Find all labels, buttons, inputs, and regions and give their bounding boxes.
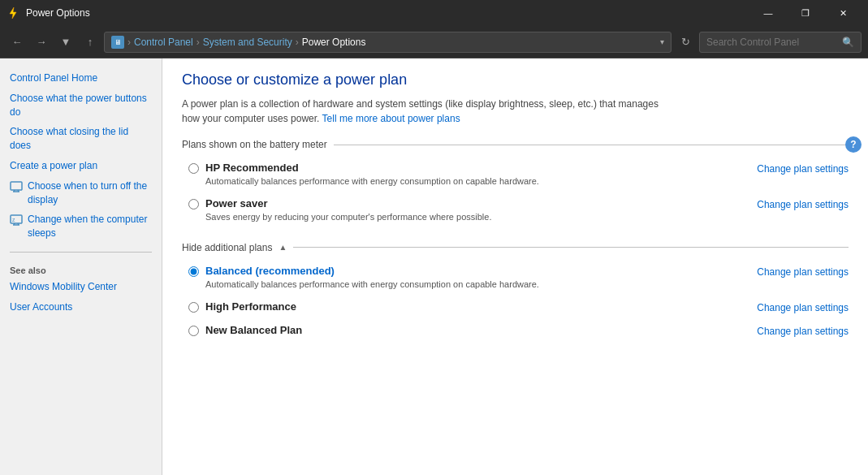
plan-item-balanced: Balanced (recommended) Automatically bal… [182, 260, 849, 296]
plan-desc-hp: Automatically balances performance with … [205, 175, 750, 188]
search-box: 🔍 [699, 32, 862, 53]
plan-settings-link-hp[interactable]: Change plan settings [757, 163, 849, 175]
battery-section-divider: Plans shown on the battery meter [182, 139, 849, 150]
sidebar-label-control-panel-home: Control Panel Home [10, 71, 97, 85]
search-icon: 🔍 [842, 37, 854, 48]
battery-section-label: Plans shown on the battery meter [182, 139, 327, 150]
additional-plans-label: Hide additional plans [182, 242, 272, 253]
plan-radio-balanced[interactable] [188, 266, 199, 277]
path-sep-2: › [196, 37, 200, 48]
minimize-button[interactable]: — [749, 0, 787, 26]
plan-info-balanced: Balanced (recommended) Automatically bal… [205, 265, 750, 291]
svg-text:z: z [12, 217, 15, 222]
plan-desc-saver: Saves energy by reducing your computer's… [205, 211, 750, 223]
path-control-panel[interactable]: Control Panel [134, 37, 193, 48]
plan-radio-label-hp[interactable]: HP Recommended Automatically balances pe… [188, 162, 750, 188]
path-sep-1: › [127, 37, 131, 48]
window-title: Power Options [26, 7, 749, 19]
main-container: Control Panel Home Choose what the power… [0, 58, 868, 475]
sleep-icon: z [10, 214, 23, 227]
sidebar-item-create-plan[interactable]: Create a power plan [0, 156, 162, 176]
additional-plans-divider[interactable]: Hide additional plans ▲ [182, 242, 849, 253]
sidebar-label-power-buttons: Choose what the power buttons do [10, 92, 152, 119]
plan-settings-link-saver[interactable]: Change plan settings [757, 199, 849, 210]
plan-radio-label-balanced[interactable]: Balanced (recommended) Automatically bal… [188, 265, 750, 291]
title-bar: Power Options — ❐ ✕ [0, 0, 868, 26]
help-button[interactable]: ? [845, 136, 862, 153]
plan-settings-link-high[interactable]: Change plan settings [757, 302, 849, 313]
path-current: Power Options [302, 37, 366, 48]
sidebar-label-create-plan: Create a power plan [10, 159, 97, 173]
search-input[interactable] [706, 37, 839, 48]
sidebar-item-user-accounts[interactable]: User Accounts [0, 297, 162, 317]
svg-marker-0 [10, 7, 16, 19]
svg-rect-1 [11, 182, 22, 190]
sidebar-item-control-panel-home[interactable]: Control Panel Home [0, 68, 162, 89]
window-controls: — ❐ ✕ [749, 0, 862, 26]
sidebar-label-turn-off-display: Choose when to turn off the display [28, 179, 152, 207]
sidebar-label-mobility-center: Windows Mobility Center [10, 280, 117, 294]
plan-name-saver: Power saver [205, 197, 750, 209]
plan-radio-hp[interactable] [188, 163, 199, 174]
sidebar-item-turn-off-display[interactable]: Choose when to turn off the display [0, 176, 162, 210]
forward-button[interactable]: → [31, 32, 52, 53]
plan-info-high: High Performance [205, 300, 750, 314]
plan-radio-label-high[interactable]: High Performance [188, 300, 750, 314]
back-button[interactable]: ← [6, 32, 28, 53]
plan-item-hp-recommended: HP Recommended Automatically balances pe… [182, 157, 849, 192]
refresh-button[interactable]: ↻ [675, 32, 696, 53]
plan-name-hp: HP Recommended [205, 162, 750, 174]
close-button[interactable]: ✕ [824, 0, 862, 26]
plan-item-high-performance: High Performance Change plan settings [182, 296, 849, 319]
plan-name-balanced: Balanced (recommended) [205, 265, 750, 277]
page-title: Choose or customize a power plan [182, 71, 849, 89]
plan-settings-link-new[interactable]: Change plan settings [757, 326, 849, 337]
address-path: 🖥 › Control Panel › System and Security … [104, 32, 672, 53]
sidebar-item-lid[interactable]: Choose what closing the lid does [0, 122, 162, 156]
path-sep-3: › [296, 37, 299, 48]
sidebar-label-sleep: Change when the computer sleeps [28, 213, 152, 240]
app-icon [6, 6, 19, 19]
plan-name-high: High Performance [205, 300, 750, 313]
path-icon: 🖥 [111, 36, 124, 49]
plan-radio-new[interactable] [188, 326, 199, 336]
plan-item-power-saver: Power saver Saves energy by reducing you… [182, 192, 849, 228]
page-description: A power plan is a collection of hardware… [182, 97, 669, 126]
monitor-icon [10, 180, 23, 193]
plan-item-new-balanced: New Balanced Plan Change plan settings [182, 319, 849, 343]
see-also-title: See also [0, 261, 162, 277]
sidebar-divider [10, 252, 152, 253]
plan-radio-high[interactable] [188, 302, 199, 313]
sidebar: Control Panel Home Choose what the power… [0, 58, 162, 475]
sidebar-item-mobility-center[interactable]: Windows Mobility Center [0, 277, 162, 297]
sidebar-item-sleep[interactable]: z Change when the computer sleeps [0, 209, 162, 244]
plan-info-saver: Power saver Saves energy by reducing you… [205, 197, 750, 223]
plan-settings-link-balanced[interactable]: Change plan settings [757, 266, 849, 278]
plan-desc-balanced: Automatically balances performance with … [205, 279, 750, 291]
plan-radio-label-new[interactable]: New Balanced Plan [188, 324, 750, 338]
path-dropdown-button[interactable]: ▾ [660, 37, 664, 46]
plan-info-hp: HP Recommended Automatically balances pe… [205, 162, 750, 188]
plan-name-new: New Balanced Plan [205, 324, 750, 336]
power-plans-link[interactable]: Tell me more about power plans [322, 113, 460, 124]
plan-radio-label-saver[interactable]: Power saver Saves energy by reducing you… [188, 197, 750, 223]
sidebar-label-user-accounts: User Accounts [10, 300, 72, 314]
dropdown-button[interactable]: ▼ [55, 32, 76, 53]
maximize-button[interactable]: ❐ [787, 0, 824, 26]
plan-radio-saver[interactable] [188, 199, 199, 209]
sidebar-label-lid: Choose what closing the lid does [10, 125, 152, 153]
content-area: ? Choose or customize a power plan A pow… [162, 58, 868, 475]
chevron-up-icon: ▲ [279, 243, 287, 252]
up-button[interactable]: ↑ [80, 32, 101, 53]
address-bar: ← → ▼ ↑ 🖥 › Control Panel › System and S… [0, 26, 868, 58]
plan-info-new: New Balanced Plan [205, 324, 750, 338]
sidebar-item-power-buttons[interactable]: Choose what the power buttons do [0, 89, 162, 123]
path-system-security[interactable]: System and Security [203, 37, 292, 48]
